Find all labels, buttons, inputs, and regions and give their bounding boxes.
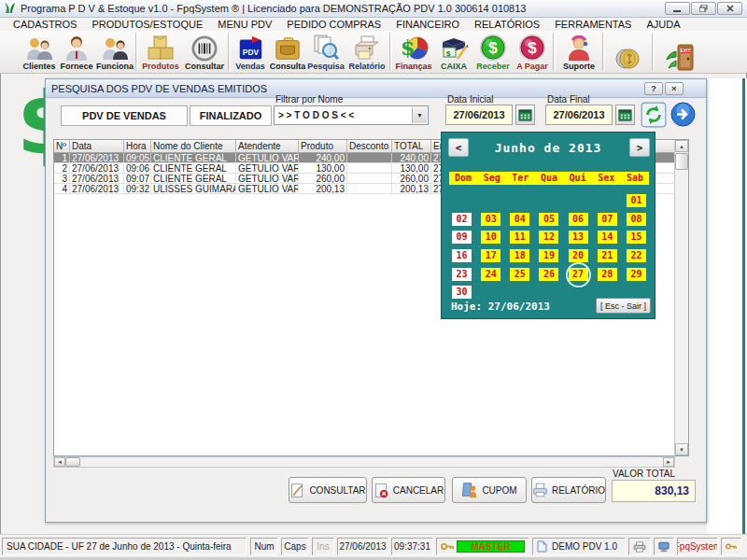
day-cell[interactable]: 24	[481, 268, 500, 281]
menu-menu-pdv[interactable]: MENU PDV	[210, 19, 279, 30]
finalizado-tab[interactable]: FINALIZADO	[190, 105, 272, 126]
day-cell[interactable]: 26	[539, 268, 558, 281]
cell	[347, 163, 392, 173]
pay-dollar-icon: $	[518, 32, 546, 62]
day-cell[interactable]: 30	[452, 286, 472, 299]
toolbar-separator	[228, 33, 231, 71]
cell: 260,00	[299, 174, 347, 183]
day-cell[interactable]: 12	[539, 231, 558, 244]
day-cell[interactable]: 08	[627, 213, 646, 226]
toolbar-consultar-button[interactable]: Consultar	[182, 31, 227, 73]
menu-pedido-compras[interactable]: PEDIDO COMPRAS	[279, 19, 388, 30]
close-button[interactable]	[717, 2, 742, 15]
teal-divider	[742, 78, 745, 534]
day-cell[interactable]: 20	[569, 249, 588, 262]
scrollbar-thumb[interactable]	[65, 457, 80, 467]
day-cell[interactable]: 07	[598, 213, 617, 226]
toolbar-consulta-button[interactable]: Consulta	[269, 31, 306, 73]
day-cell[interactable]: 10	[481, 231, 500, 244]
supplier-icon	[63, 32, 91, 62]
toolbar-caixa-button[interactable]: $ CAIXA	[434, 31, 473, 73]
dialog-help-button[interactable]: ?	[644, 82, 663, 95]
status-bar: SUA CIDADE - UF 27 de Junho de 2013 - Qu…	[0, 534, 747, 557]
col-total: TOTAL	[392, 140, 431, 152]
day-cell[interactable]: 22	[627, 249, 646, 262]
refresh-icon	[641, 102, 667, 128]
day-cell[interactable]: 05	[539, 213, 558, 226]
menu-relatorios[interactable]: RELATÓRIOS	[467, 19, 547, 30]
day-cell[interactable]: 29	[627, 268, 646, 281]
menu-produtos-estoque[interactable]: PRODUTOS/ESTOQUE	[84, 19, 210, 30]
day-cell[interactable]: 25	[510, 268, 529, 281]
toolbar-apagar-button[interactable]: $ A Pagar	[513, 31, 552, 73]
cell: GETULIO VARGAS	[236, 174, 299, 183]
date-end-field[interactable]: 27/06/2013	[545, 105, 613, 125]
cupom-button[interactable]: CUPOM	[452, 477, 527, 503]
day-cell[interactable]: 11	[510, 231, 529, 244]
day-cell[interactable]: 14	[598, 231, 617, 244]
horizontal-scrollbar[interactable]: ◄ ►	[53, 456, 675, 468]
date-end-calendar-button[interactable]	[615, 105, 635, 125]
day-cell[interactable]: 15	[627, 231, 646, 244]
day-cell[interactable]: 03	[481, 213, 500, 226]
scroll-right-icon[interactable]: ►	[663, 457, 674, 467]
date-start-calendar-button[interactable]	[515, 105, 535, 125]
scrollbar-thumb[interactable]	[675, 153, 688, 170]
consultar-label: CONSULTAR	[309, 485, 365, 496]
day-cell[interactable]: 06	[569, 213, 588, 226]
day-cell[interactable]: 16	[452, 249, 472, 262]
toolbar-fornecedores-button[interactable]: Fornece	[58, 31, 95, 73]
relatorio-button[interactable]: RELATÓRIO	[531, 477, 606, 503]
day-cell[interactable]: 17	[481, 249, 500, 262]
status-printer[interactable]	[628, 538, 651, 555]
toolbar-produtos-button[interactable]: Produtos	[139, 31, 182, 73]
toolbar-exit-button[interactable]: EXIT	[655, 31, 704, 73]
pdv-de-vendas-tab[interactable]: PDV DE VENDAS	[61, 105, 188, 126]
scroll-left-icon[interactable]: ◄	[54, 457, 65, 467]
scroll-down-icon[interactable]: ▼	[675, 443, 688, 455]
cell: 27/06/2013	[70, 163, 124, 173]
day-cell[interactable]: 28	[598, 268, 617, 281]
menu-cadastros[interactable]: CADASTROS	[6, 19, 84, 30]
chevron-down-icon[interactable]: ▼	[412, 107, 427, 123]
cancelar-button[interactable]: CANCELAR	[372, 477, 445, 503]
toolbar-receber-button[interactable]: $ Receber	[473, 31, 513, 73]
cupom-label: CUPOM	[482, 485, 516, 496]
day-cell[interactable]: 23	[452, 268, 472, 281]
go-button[interactable]	[670, 102, 696, 127]
status-network[interactable]	[654, 538, 674, 555]
calendar-next-button[interactable]: >	[629, 138, 650, 157]
vertical-scrollbar[interactable]: ▲ ▼	[674, 140, 688, 455]
menu-ferramentas[interactable]: FERRAMENTAS	[547, 19, 639, 30]
day-cell[interactable]: 13	[569, 231, 588, 244]
day-cell[interactable]: 01	[627, 194, 646, 207]
toolbar-financas-button[interactable]: $ Finanças	[393, 31, 434, 73]
calendar-esc-button[interactable]: [ Esc - Sair ]	[596, 298, 651, 314]
dialog-close-button[interactable]: ×	[665, 82, 684, 95]
restore-button[interactable]	[691, 2, 716, 15]
minimize-button[interactable]	[665, 2, 690, 15]
day-cell[interactable]: 09	[452, 231, 472, 244]
day-cell[interactable]: 04	[510, 213, 529, 226]
toolbar-pesquisa-button[interactable]: Pesquisa	[306, 31, 345, 73]
day-cell[interactable]: 18	[510, 249, 529, 262]
toolbar-suporte-button[interactable]: Suporte	[557, 31, 601, 73]
toolbar-financas-label: Finanças	[395, 62, 431, 72]
toolbar-clientes-button[interactable]: Clientes	[21, 31, 58, 73]
day-cell[interactable]: 02	[452, 213, 472, 226]
day-cell[interactable]: 21	[598, 249, 617, 262]
menu-ajuda[interactable]: AJUDA	[639, 19, 687, 30]
filter-name-dropdown[interactable]: > > T O D O S < < ▼	[274, 105, 429, 125]
day-cell-selected[interactable]: 27	[569, 268, 588, 281]
toolbar-funcionarios-button[interactable]: Funciona	[95, 31, 134, 73]
toolbar-moeda-button[interactable]	[606, 31, 651, 73]
date-start-field[interactable]: 27/06/2013	[445, 105, 513, 125]
toolbar-relatorio-button[interactable]: Relatório	[345, 31, 388, 73]
consultar-button[interactable]: CONSULTAR	[289, 477, 367, 503]
window-titlebar: Programa P D V & Estoque v1.0 - FpqSyste…	[0, 0, 747, 18]
menu-financeiro[interactable]: FINANCEIRO	[388, 19, 467, 30]
refresh-button[interactable]	[640, 101, 668, 129]
scroll-up-icon[interactable]: ▲	[675, 140, 688, 152]
toolbar-vendas-button[interactable]: PDV Vendas	[232, 31, 269, 73]
day-cell[interactable]: 19	[539, 249, 558, 262]
